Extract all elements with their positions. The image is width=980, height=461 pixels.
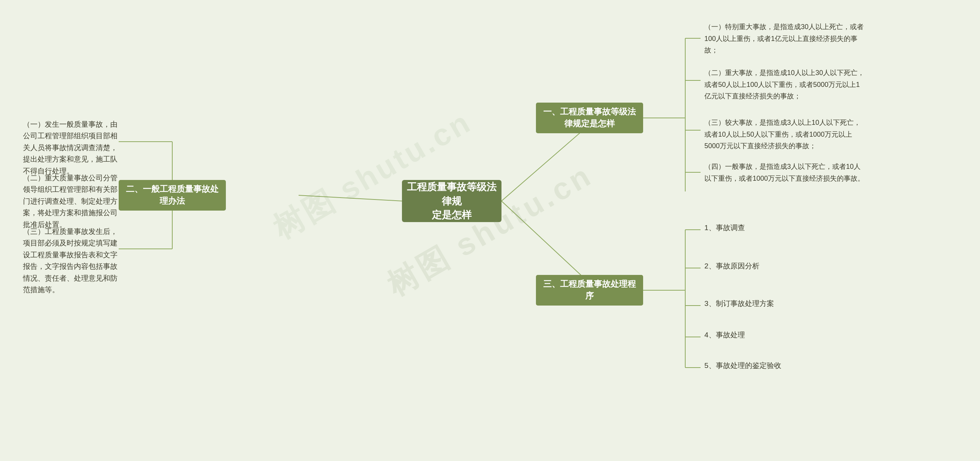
right-branch-1-node: 一、工程质量事故等级法律规定是怎样: [536, 103, 643, 133]
left-text-2-content: （二）重大质量事故公司分管领导组织工程管理部和有关部门进行调查处理、制定处理方案…: [23, 174, 118, 229]
left-text-3-content: （三）工程质量事故发生后，项目部必须及时按规定填写建设工程质量事故报告表和文字报…: [23, 227, 118, 294]
detail-1-text: （一）特别重大事故，是指造成30人以上死亡，或者100人以上重伤，或者1亿元以上…: [704, 23, 864, 54]
center-node: 工程质量事故等级法律规 定是怎样: [402, 180, 501, 222]
detail-card-4: （四）一般事故，是指造成3人以下死亡，或者10人以下重伤，或者1000万元以下直…: [704, 161, 865, 184]
left-text-3: （三）工程质量事故发生后，项目部必须及时按规定填写建设工程质量事故报告表和文字报…: [23, 226, 121, 296]
list-item-3: 3、制订事故处理方案: [704, 299, 774, 309]
list-item-3-text: 3、制订事故处理方案: [704, 299, 774, 307]
left-text-2: （二）重大质量事故公司分管领导组织工程管理部和有关部门进行调查处理、制定处理方案…: [23, 172, 121, 230]
list-item-1-text: 1、事故调查: [704, 224, 745, 232]
list-item-5: 5、事故处理的鉴定验收: [704, 361, 781, 371]
left-text-1: （一）发生一般质量事故，由公司工程管理部组织项目部相关人员将事故情况调查清楚，提…: [23, 119, 119, 177]
detail-3-text: （三）较大事故，是指造成3人以上10人以下死亡，或者10人以上50人以下重伤，或…: [704, 119, 861, 150]
left-branch-label: 二、一般工程质量事故处理办法: [124, 183, 220, 207]
list-item-1: 1、事故调查: [704, 223, 745, 233]
watermark2: 树图 shutu.cn: [266, 101, 479, 248]
left-branch-node: 二、一般工程质量事故处理办法: [119, 180, 226, 211]
right-branch-3-label: 三、工程质量事故处理程序: [541, 278, 638, 302]
list-item-2-text: 2、事故原因分析: [704, 262, 760, 270]
center-label: 工程质量事故等级法律规 定是怎样: [406, 180, 498, 222]
left-text-1-content: （一）发生一般质量事故，由公司工程管理部组织项目部相关人员将事故情况调查清楚，提…: [23, 120, 118, 175]
list-item-5-text: 5、事故处理的鉴定验收: [704, 361, 781, 369]
list-item-4-text: 4、事故处理: [704, 331, 745, 339]
detail-card-1: （一）特别重大事故，是指造成30人以上死亡，或者100人以上重伤，或者1亿元以上…: [704, 21, 865, 56]
detail-card-2: （二）重大事故，是指造成10人以上30人以下死亡，或者50人以上100人以下重伤…: [704, 67, 865, 102]
svg-line-0: [299, 195, 402, 201]
detail-card-3: （三）较大事故，是指造成3人以上10人以下死亡，或者10人以上50人以下重伤，或…: [704, 117, 865, 152]
right-branch-3-node: 三、工程质量事故处理程序: [536, 275, 643, 306]
list-item-2: 2、事故原因分析: [704, 261, 760, 271]
list-item-4: 4、事故处理: [704, 330, 745, 340]
detail-4-text: （四）一般事故，是指造成3人以下死亡，或者10人以下重伤，或者1000万元以下直…: [704, 163, 864, 182]
detail-2-text: （二）重大事故，是指造成10人以上30人以下死亡，或者50人以上100人以下重伤…: [704, 69, 864, 100]
right-branch-1-label: 一、工程质量事故等级法律规定是怎样: [541, 106, 638, 130]
